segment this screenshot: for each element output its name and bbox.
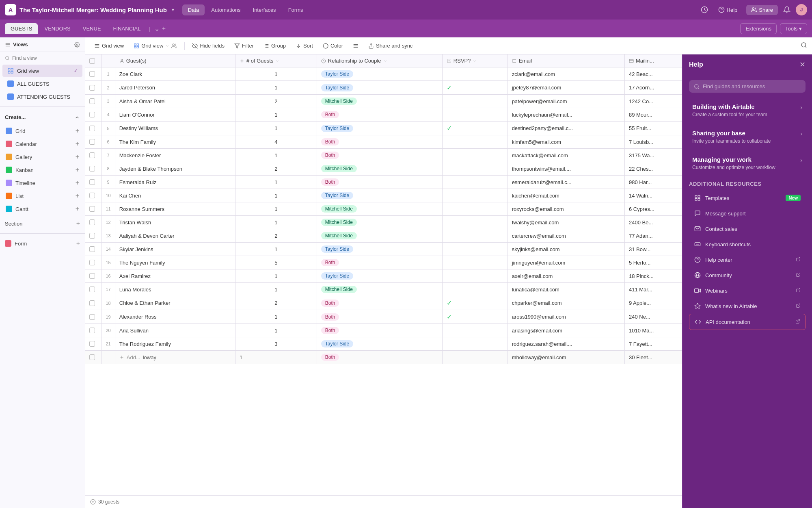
help-resource-message-icon[interactable]: Message support [689,206,806,221]
help-resource-code-icon[interactable]: API documentation [689,314,806,330]
add-row-plus-icon[interactable] [119,355,124,360]
table-row[interactable]: 15 The Nguyen Family 5 Both jimnguyen@em… [85,256,682,269]
filter-button[interactable]: Filter [230,41,258,51]
row-height-button[interactable] [349,41,363,51]
help-resource-help-circle-icon[interactable]: Help center [689,252,806,267]
row-checkbox[interactable] [85,256,102,269]
new-tab-button[interactable]: + [162,25,166,32]
row-guest[interactable]: The Kim Family [115,135,235,149]
create-calendar-item[interactable]: Calendar + [2,137,82,150]
table-row[interactable]: 11 Roxanne Summers 1 Mitchell Side roxyr… [85,202,682,216]
help-search-box[interactable] [689,80,806,93]
create-grid-item[interactable]: Grid + [2,124,82,137]
row-guest[interactable]: Roxanne Summers [115,202,235,216]
table-row[interactable]: 21 The Rodriguez Family 3 Taylor Side ro… [85,337,682,351]
tab-financial[interactable]: FINANCIAL [108,23,147,34]
table-row[interactable]: 3 Aisha & Omar Patel 2 Mitchell Side pat… [85,95,682,108]
group-button[interactable]: Group [259,41,290,51]
table-add-row[interactable]: Add... loway 1 Both mholloway@email.com … [85,351,682,364]
col-mailing[interactable]: Mailin... [624,54,682,67]
row-checkbox[interactable] [85,162,102,176]
help-search-input[interactable] [703,83,801,89]
table-row[interactable]: 7 Mackenzie Foster 1 Both mackattack@ema… [85,149,682,162]
row-checkbox[interactable] [85,189,102,202]
row-checkbox[interactable] [85,337,102,351]
help-cat-sharing[interactable]: Sharing your base Invite your teammates … [687,124,807,150]
notifications-icon[interactable] [782,5,792,15]
col-guest[interactable]: Guest(s) [115,54,235,67]
table-row[interactable]: 6 The Kim Family 4 Both kimfam5@email.co… [85,135,682,149]
help-resource-globe-icon[interactable]: Community [689,267,806,283]
row-checkbox[interactable] [85,296,102,310]
row-checkbox[interactable] [85,149,102,162]
row-checkbox[interactable] [85,229,102,243]
table-row[interactable]: 5 Destiny Williams 1 Taylor Side ✓ desti… [85,122,682,135]
share-button[interactable]: Share [746,5,778,15]
row-guest[interactable]: Aria Sullivan [115,324,235,337]
gallery-add-icon[interactable]: + [76,153,79,161]
color-button[interactable]: Color [319,41,347,51]
help-cat-managing[interactable]: Managing your work Customize and optimiz… [687,150,807,176]
form-add-icon[interactable]: + [76,240,80,247]
tab-guests[interactable]: GUESTS [5,23,38,34]
row-guest[interactable]: Kai Chen [115,189,235,202]
help-button[interactable]: Help [713,4,743,15]
row-checkbox[interactable] [85,324,102,337]
user-avatar[interactable]: J [796,4,807,15]
extensions-button[interactable]: Extensions [740,23,777,34]
table-row[interactable]: 17 Luna Morales 1 Mitchell Side lunatica… [85,283,682,296]
col-num-guests[interactable]: # of Guests [235,54,317,67]
row-checkbox[interactable] [85,81,102,95]
row-checkbox[interactable] [85,108,102,122]
row-guest[interactable]: Alexander Ross [115,310,235,324]
table-row[interactable]: 8 Jayden & Blake Thompson 2 Mitchell Sid… [85,162,682,176]
nav-tab-interfaces[interactable]: Interfaces [247,4,282,15]
sidebar-item-all-guests[interactable]: ALL GUESTS [2,78,82,90]
row-guest[interactable]: Esmeralda Ruiz [115,176,235,189]
tools-button[interactable]: Tools ▾ [780,23,807,34]
base-title-chevron-icon[interactable]: ▾ [172,7,174,13]
row-checkbox[interactable] [85,67,102,81]
row-checkbox[interactable] [85,202,102,216]
row-checkbox[interactable] [85,95,102,108]
table-row[interactable]: 14 Skylar Jenkins 1 Taylor Side skyjinks… [85,243,682,256]
table-row[interactable]: 20 Aria Sullivan 1 Both ariasings@email.… [85,324,682,337]
row-guest[interactable]: Aisha & Omar Patel [115,95,235,108]
help-resource-keyboard-icon[interactable]: Keyboard shortcuts [689,237,806,252]
row-guest[interactable]: Liam O'Connor [115,108,235,122]
nav-tab-forms[interactable]: Forms [283,4,309,15]
toolbar-grid-view-btn[interactable]: Grid view [130,41,181,51]
table-row[interactable]: 19 Alexander Ross 1 Both ✓ aross1990@ema… [85,310,682,324]
table-row[interactable]: 4 Liam O'Connor 1 Both luckyleprechaun@e… [85,108,682,122]
row-guest[interactable]: Axel Ramirez [115,269,235,283]
help-resource-video-icon[interactable]: Webinars [689,283,806,298]
list-add-icon[interactable]: + [76,192,79,200]
nav-tab-data[interactable]: Data [182,4,205,15]
row-guest[interactable]: Jared Peterson [115,81,235,95]
col-checkbox[interactable] [85,54,102,67]
tab-venue[interactable]: VENUE [77,23,107,34]
create-form-item[interactable]: Form + [0,237,85,250]
row-guest[interactable]: Tristan Walsh [115,216,235,229]
col-rel[interactable]: Relationship to Couple [317,54,442,67]
create-section-header[interactable]: Create... [0,110,85,124]
row-guest[interactable]: The Nguyen Family [115,256,235,269]
calendar-add-icon[interactable]: + [76,140,79,148]
toolbar-search-icon[interactable] [801,42,807,48]
create-kanban-item[interactable]: Kanban + [2,163,82,176]
col-email[interactable]: Email [508,54,624,67]
settings-icon[interactable] [74,42,80,48]
table-row[interactable]: 1 Zoe Clark 1 Taylor Side zclark@email.c… [85,67,682,81]
create-list-item[interactable]: List + [2,189,82,202]
grid-add-icon[interactable]: + [76,127,79,135]
kanban-add-icon[interactable]: + [76,166,79,174]
row-checkbox[interactable] [85,310,102,324]
add-row-checkbox[interactable] [85,351,102,364]
sidebar-search[interactable] [0,52,85,64]
app-logo[interactable]: A [5,4,16,15]
sidebar-item-attending-guests[interactable]: ATTENDING GUESTS [2,91,82,103]
toolbar-views-toggle[interactable]: Grid view [90,41,128,51]
row-guest[interactable]: Zoe Clark [115,67,235,81]
table-row[interactable]: 10 Kai Chen 1 Taylor Side kaichen@email.… [85,189,682,202]
help-cat-building[interactable]: Building with Airtable Create a custom t… [687,98,807,123]
